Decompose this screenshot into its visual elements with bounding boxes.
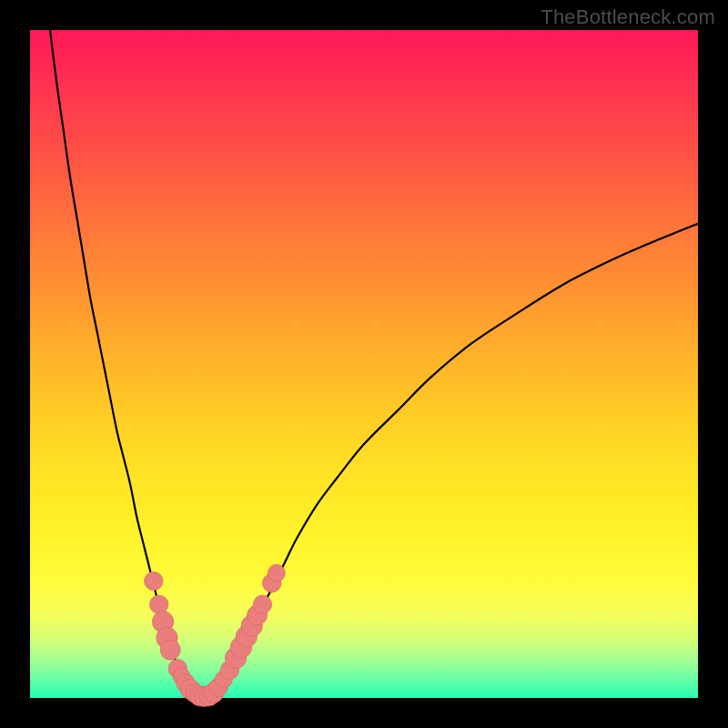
curve-marker bbox=[145, 571, 164, 591]
curve-svg bbox=[30, 30, 698, 698]
chart-frame: TheBottleneck.com bbox=[0, 0, 728, 728]
curve-marker bbox=[253, 595, 272, 614]
curve-marker bbox=[149, 595, 168, 614]
watermark-label: TheBottleneck.com bbox=[541, 5, 715, 29]
curve-marker bbox=[268, 564, 285, 581]
curve-marker bbox=[160, 640, 180, 660]
curve-markers bbox=[145, 564, 286, 706]
plot-area bbox=[30, 30, 698, 698]
bottleneck-curve bbox=[50, 30, 698, 697]
